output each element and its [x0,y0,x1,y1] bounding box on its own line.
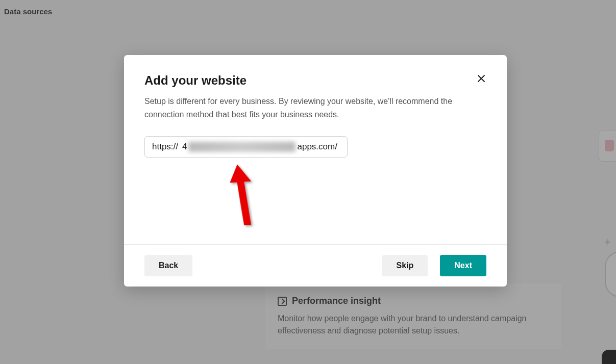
skip-button[interactable]: Skip [382,255,428,276]
url-value-start: 4 [182,142,187,152]
back-button[interactable]: Back [144,255,192,276]
modal-subtitle: Setup is different for every business. B… [144,95,486,121]
url-redacted-segment [188,142,295,152]
website-url-input[interactable]: https:// 4 apps.com/ [144,136,348,158]
url-protocol-prefix: https:// [152,142,178,152]
url-value-end: apps.com/ [298,142,337,152]
modal-title: Add your website [144,73,486,88]
add-website-modal: Add your website Setup is different for … [124,55,507,287]
close-icon [477,74,486,83]
close-button[interactable] [474,71,488,86]
next-button[interactable]: Next [440,255,486,276]
